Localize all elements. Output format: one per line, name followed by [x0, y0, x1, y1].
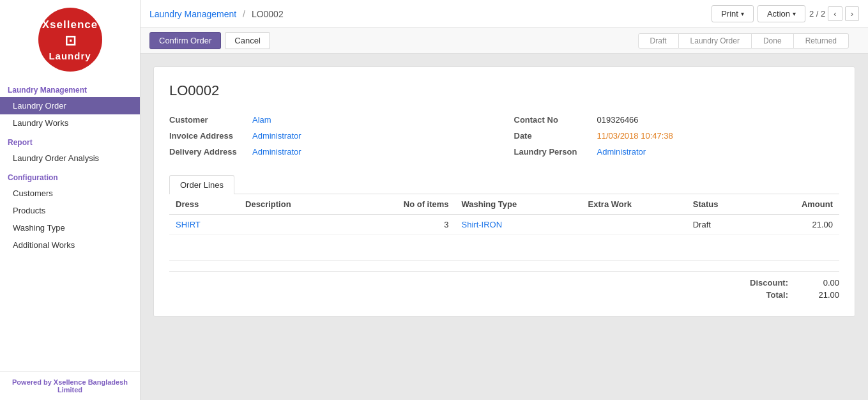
cell-dress[interactable]: SHIRT [169, 215, 239, 235]
label-delivery-address: Delivery Address [169, 147, 252, 157]
field-invoice-address: Invoice Address Administrator [169, 128, 495, 144]
print-dropdown-arrow: ▾ [741, 10, 744, 17]
section-title-configuration: Configuration [0, 167, 140, 185]
breadcrumb-parent[interactable]: Laundry Management [149, 9, 236, 19]
empty-cell [169, 235, 839, 261]
table-row[interactable]: SHIRT 3 Shirt-IRON Draft 21.00 [169, 215, 839, 235]
sidebar-item-customers[interactable]: Customers [0, 185, 140, 202]
value-customer[interactable]: Alam [252, 115, 271, 125]
prev-page-button[interactable]: ‹ [828, 6, 842, 21]
action-button[interactable]: Action ▾ [758, 5, 805, 22]
col-amount: Amount [758, 194, 839, 215]
form-title: LO0002 [169, 82, 839, 99]
main-content: Laundry Management / LO0002 Print ▾ Acti… [141, 0, 868, 400]
logo-bottom: Laundry [49, 50, 91, 61]
value-total: 21.00 [801, 290, 839, 300]
order-table: Dress Description No of items Washing Ty… [169, 194, 839, 261]
value-invoice-address[interactable]: Administrator [252, 131, 301, 141]
sidebar-item-products[interactable]: Products [0, 202, 140, 219]
label-date: Date [514, 131, 597, 141]
cell-no-of-items: 3 [347, 215, 455, 235]
cell-description [239, 215, 347, 235]
total-row-total: Total: 21.00 [737, 289, 839, 301]
field-laundry-person: Laundry Person Administrator [514, 144, 840, 160]
sidebar-item-washing-type[interactable]: Washing Type [0, 219, 140, 236]
label-total: Total: [737, 290, 788, 300]
washing-machine-icon: ⊡ [65, 33, 76, 49]
tab-order-lines[interactable]: Order Lines [169, 175, 234, 194]
cancel-button[interactable]: Cancel [225, 32, 270, 49]
page-navigation: 2 / 2 ‹ › [809, 6, 859, 21]
actionbar: Confirm Order Cancel Draft Laundry Order… [141, 28, 868, 54]
next-page-button[interactable]: › [845, 6, 859, 21]
footer-brand: Xsellence Bangladesh Limited [54, 378, 128, 394]
sidebar-logo: Xsellence ⊡ Laundry [0, 0, 140, 79]
sidebar-footer: Powered by Xsellence Bangladesh Limited [0, 371, 140, 400]
sidebar-item-additional-works[interactable]: Additional Works [0, 236, 140, 254]
label-invoice-address: Invoice Address [169, 131, 252, 141]
col-description: Description [239, 194, 347, 215]
sidebar: Xsellence ⊡ Laundry Laundry Management L… [0, 0, 141, 400]
value-delivery-address[interactable]: Administrator [252, 147, 301, 157]
page-content: LO0002 Customer Alam Invoice Address Adm… [141, 54, 868, 400]
col-extra-work: Extra Work [582, 194, 687, 215]
topbar-right: Print ▾ Action ▾ 2 / 2 ‹ › [712, 5, 859, 22]
col-washing-type: Washing Type [455, 194, 582, 215]
status-steps: Draft Laundry Order Done Returned [638, 33, 849, 49]
totals-area: Discount: 0.00 Total: 21.00 [169, 271, 839, 301]
right-fields: Contact No 019326466 Date 11/03/2018 10:… [514, 112, 840, 160]
label-laundry-person: Laundry Person [514, 147, 597, 157]
breadcrumb-current: LO0002 [252, 9, 284, 19]
breadcrumb: Laundry Management / LO0002 [149, 9, 284, 19]
label-contact-no: Contact No [514, 115, 597, 125]
col-status: Status [687, 194, 758, 215]
value-contact-no: 019326466 [597, 115, 639, 125]
footer-prefix: Powered by [12, 378, 54, 386]
cell-amount: 21.00 [758, 215, 839, 235]
field-date: Date 11/03/2018 10:47:38 [514, 128, 840, 144]
cell-extra-work [582, 215, 687, 235]
sidebar-item-laundry-works[interactable]: Laundry Works [0, 114, 140, 132]
label-customer: Customer [169, 115, 252, 125]
section-title-report: Report [0, 132, 140, 150]
topbar: Laundry Management / LO0002 Print ▾ Acti… [141, 0, 868, 28]
empty-row [169, 235, 839, 261]
section-title-laundry: Laundry Management [0, 79, 140, 97]
left-fields: Customer Alam Invoice Address Administra… [169, 112, 495, 160]
print-button[interactable]: Print ▾ [712, 5, 754, 22]
breadcrumb-separator: / [243, 9, 245, 19]
col-dress: Dress [169, 194, 239, 215]
field-contact-no: Contact No 019326466 [514, 112, 840, 128]
value-discount: 0.00 [801, 278, 839, 288]
value-date: 11/03/2018 10:47:38 [597, 131, 673, 141]
logo-circle: Xsellence ⊡ Laundry [38, 8, 102, 72]
value-laundry-person[interactable]: Administrator [597, 147, 646, 157]
status-step-returned: Returned [794, 33, 849, 49]
tabs: Order Lines [169, 175, 839, 194]
status-step-laundry-order: Laundry Order [679, 33, 752, 49]
logo-top: Xsellence [42, 19, 98, 31]
col-no-of-items: No of items [347, 194, 455, 215]
sidebar-item-laundry-order[interactable]: Laundry Order [0, 97, 140, 114]
status-step-done: Done [752, 33, 794, 49]
field-customer: Customer Alam [169, 112, 495, 128]
form-fields: Customer Alam Invoice Address Administra… [169, 112, 839, 160]
label-discount: Discount: [737, 278, 788, 288]
sidebar-item-laundry-order-analysis[interactable]: Laundry Order Analysis [0, 150, 140, 167]
confirm-order-button[interactable]: Confirm Order [149, 32, 221, 49]
sidebar-nav: Laundry Management Laundry Order Laundry… [0, 79, 140, 371]
status-step-draft: Draft [638, 33, 679, 49]
action-dropdown-arrow: ▾ [793, 10, 796, 17]
total-row-discount: Discount: 0.00 [737, 277, 839, 289]
form-card: LO0002 Customer Alam Invoice Address Adm… [153, 66, 855, 317]
cell-status: Draft [687, 215, 758, 235]
cell-washing-type[interactable]: Shirt-IRON [455, 215, 582, 235]
page-info: 2 / 2 [809, 9, 825, 19]
field-delivery-address: Delivery Address Administrator [169, 144, 495, 160]
